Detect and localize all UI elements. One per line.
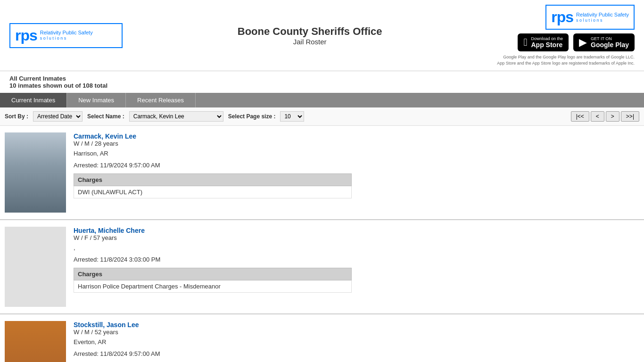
inmate-race-gender-age: W / M / 52 years bbox=[74, 329, 639, 336]
download-on-label: Download on the bbox=[531, 36, 563, 41]
inmate-info: Stockstill, Jason Lee W / M / 52 years E… bbox=[74, 321, 639, 362]
list-item: DWI (UNLAWFUL ACT) bbox=[74, 186, 352, 198]
page-header: rps Relativity Public Safety s o l u t i… bbox=[0, 0, 644, 71]
charges-header: Charges bbox=[74, 174, 352, 186]
inmate-name[interactable]: Stockstill, Jason Lee bbox=[74, 321, 139, 329]
inmate-arrested-date: Arrested: 11/9/2024 9:57:00 AM bbox=[74, 162, 639, 169]
google-btn-text: GET IT ON Google Play bbox=[591, 36, 629, 49]
rps-subtitle-left: Relativity Public Safety s o l u t i o n… bbox=[40, 29, 93, 41]
prev-page-button[interactable]: < bbox=[591, 111, 604, 122]
last-page-button[interactable]: >>| bbox=[621, 111, 639, 122]
sort-by-select[interactable]: Arrested Date Name bbox=[33, 111, 83, 122]
all-current-inmates-label: All Current Inmates bbox=[9, 75, 635, 82]
rps-text-left: rps bbox=[15, 27, 37, 44]
inmate-photo bbox=[5, 227, 66, 307]
google-play-button[interactable]: ▶ GET IT ON Google Play bbox=[573, 33, 635, 51]
table-row: Carmack, Kevin Lee W / M / 28 years Harr… bbox=[0, 126, 644, 220]
inmate-arrested-date: Arrested: 11/8/2024 3:03:00 PM bbox=[74, 256, 639, 263]
inmate-location: Everton, AR bbox=[74, 338, 639, 346]
select-name-dropdown[interactable]: Carmack, Kevin Lee bbox=[129, 111, 223, 122]
charges-table: Charges DWI (UNLAWFUL ACT) bbox=[74, 173, 352, 198]
first-page-button[interactable]: |<< bbox=[571, 111, 589, 122]
office-title: Boone County Sheriffs Office bbox=[238, 25, 382, 38]
inmate-arrested-date: Arrested: 11/8/2024 9:57:00 AM bbox=[74, 350, 639, 357]
trademark-text: Google Play and the Google Play logo are… bbox=[497, 54, 635, 66]
google-play-icon: ▶ bbox=[579, 36, 587, 49]
sort-by-label: Sort By : bbox=[5, 113, 28, 120]
tab-current-inmates[interactable]: Current Inmates bbox=[0, 93, 67, 107]
charge-text: Harrison Police Department Charges - Mis… bbox=[74, 280, 352, 293]
page-size-label: Select Page size : bbox=[228, 113, 276, 120]
header-center: Boone County Sheriffs Office Jail Roster bbox=[238, 25, 382, 46]
apple-app-store-button[interactable]:  Download on the App Store bbox=[518, 33, 569, 51]
rps-name-left: Relativity Public Safety bbox=[40, 29, 93, 36]
inmate-count: 10 inmates shown out of 108 total bbox=[9, 82, 635, 89]
left-logo: rps Relativity Public Safety s o l u t i… bbox=[9, 23, 123, 48]
trademark-line1: Google Play and the Google Play logo are… bbox=[497, 54, 635, 60]
nav-tabs: Current Inmates New Inmates Recent Relea… bbox=[0, 93, 644, 107]
table-row: Stockstill, Jason Lee W / M / 52 years E… bbox=[0, 314, 644, 362]
rps-tagline-right: s o l u t i o n s bbox=[576, 18, 629, 24]
inmate-race-gender-age: W / M / 28 years bbox=[74, 140, 639, 147]
rps-logo-right: rps Relativity Public Safety s o l u t i… bbox=[545, 5, 635, 30]
header-right: rps Relativity Public Safety s o l u t i… bbox=[497, 5, 635, 66]
tab-new-inmates[interactable]: New Inmates bbox=[67, 93, 126, 107]
next-page-button[interactable]: > bbox=[606, 111, 619, 122]
list-item: Harrison Police Department Charges - Mis… bbox=[74, 280, 352, 293]
app-store-buttons:  Download on the App Store ▶ GET IT ON … bbox=[518, 33, 635, 51]
inmate-race-gender-age: W / F / 57 years bbox=[74, 234, 639, 241]
charges-table: Charges Harrison Police Department Charg… bbox=[74, 268, 352, 293]
apple-btn-text: Download on the App Store bbox=[531, 36, 563, 49]
google-play-label: Google Play bbox=[591, 41, 629, 49]
rps-tagline-left: s o l u t i o n s bbox=[40, 36, 93, 41]
rps-logo-left: rps Relativity Public Safety s o l u t i… bbox=[9, 23, 123, 48]
charges-header: Charges bbox=[74, 268, 352, 280]
inmate-info: Huerta, Michelle Chere W / F / 57 years … bbox=[74, 227, 639, 293]
rps-text-right: rps bbox=[551, 8, 573, 26]
controls-bar: Sort By : Arrested Date Name Select Name… bbox=[0, 107, 644, 126]
rps-name-right: Relativity Public Safety bbox=[576, 11, 629, 18]
pagination-buttons: |<< < > >>| bbox=[571, 111, 639, 122]
inmate-location: , bbox=[74, 244, 639, 251]
inmate-name[interactable]: Huerta, Michelle Chere bbox=[74, 227, 145, 234]
apple-icon:  bbox=[523, 36, 527, 49]
tab-recent-releases[interactable]: Recent Releases bbox=[126, 93, 196, 107]
app-store-label: App Store bbox=[531, 41, 563, 49]
inmate-photo bbox=[5, 321, 66, 362]
trademark-line2: App Store and the App Store logo are reg… bbox=[497, 60, 635, 66]
inmate-info: Carmack, Kevin Lee W / M / 28 years Harr… bbox=[74, 132, 639, 198]
page-size-select[interactable]: 10 25 50 100 bbox=[280, 111, 304, 122]
table-row: Huerta, Michelle Chere W / F / 57 years … bbox=[0, 220, 644, 314]
inmate-photo bbox=[5, 132, 66, 213]
page-subtitle: Jail Roster bbox=[238, 38, 382, 46]
sub-header: All Current Inmates 10 inmates shown out… bbox=[0, 71, 644, 93]
inmate-name[interactable]: Carmack, Kevin Lee bbox=[74, 132, 136, 140]
inmate-location: Harrison, AR bbox=[74, 150, 639, 157]
rps-subtitle-right: Relativity Public Safety s o l u t i o n… bbox=[576, 11, 629, 24]
charge-text: DWI (UNLAWFUL ACT) bbox=[74, 186, 352, 198]
get-it-on-label: GET IT ON bbox=[591, 36, 629, 41]
inmate-list: Carmack, Kevin Lee W / M / 28 years Harr… bbox=[0, 126, 644, 362]
select-name-label: Select Name : bbox=[87, 113, 124, 120]
